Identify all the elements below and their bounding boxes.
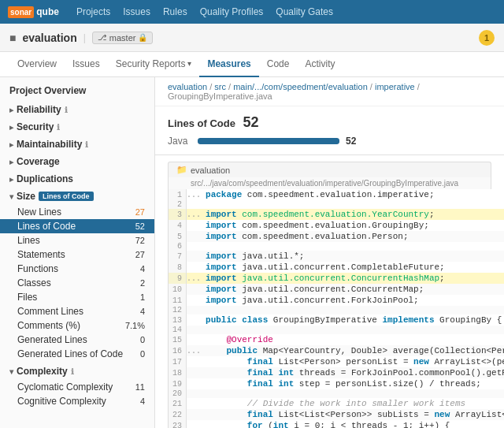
sonarqube-logo[interactable]: sonar qube bbox=[8, 6, 59, 18]
sidebar-metric-comment-lines[interactable]: Comment Lines 4 bbox=[0, 304, 154, 318]
code-file-path-row: src/.../java/com/speedment/evaluation/im… bbox=[168, 177, 491, 189]
content-layout: Project Overview ▸ Reliability ℹ ▸ Secur… bbox=[0, 77, 504, 428]
table-row: 13 public class GroupingByImperative imp… bbox=[169, 314, 505, 326]
line-marker: ... bbox=[187, 345, 202, 356]
sidebar-item-reliability[interactable]: ▸ Reliability ℹ bbox=[0, 101, 154, 118]
table-row: 4 import com.speedment.evaluation.Groupi… bbox=[169, 220, 505, 231]
line-code: import java.util.concurrent.ConcurrentHa… bbox=[201, 273, 504, 284]
complexity-label: Complexity bbox=[17, 366, 68, 377]
lines-of-code-label: Lines of Code bbox=[17, 221, 76, 232]
security-label: Security bbox=[17, 121, 54, 132]
line-marker bbox=[187, 251, 202, 262]
reliability-label: Reliability bbox=[17, 104, 61, 115]
sidebar-metric-comments-pct[interactable]: Comments (%) 7.1% bbox=[0, 318, 154, 333]
warning-badge[interactable]: 1 bbox=[479, 30, 495, 46]
top-nav-projects[interactable]: Projects bbox=[70, 0, 117, 24]
breadcrumb-imperative[interactable]: imperative bbox=[375, 82, 415, 91]
generated-lines-value: 0 bbox=[140, 335, 145, 344]
line-code bbox=[201, 242, 504, 251]
code-folder-name: evaluation bbox=[191, 166, 230, 175]
sidebar: Project Overview ▸ Reliability ℹ ▸ Secur… bbox=[0, 77, 155, 428]
sidebar-item-security[interactable]: ▸ Security ℹ bbox=[0, 118, 154, 136]
sidebar-item-complexity[interactable]: ▾ Complexity ℹ bbox=[0, 363, 154, 380]
files-value: 1 bbox=[140, 292, 145, 302]
tab-issues[interactable]: Issues bbox=[65, 52, 108, 77]
top-nav-quality-gates[interactable]: Quality Gates bbox=[269, 0, 339, 24]
cognitive-label: Cognitive Complexity bbox=[17, 396, 106, 407]
branch-separator: | bbox=[83, 32, 86, 43]
line-marker: ... bbox=[187, 209, 202, 220]
main-content: evaluation / src / main/.../com/speedmen… bbox=[155, 77, 504, 428]
branch-badge[interactable]: ⎇ master 🔒 bbox=[92, 32, 154, 44]
sidebar-item-maintainability[interactable]: ▸ Maintainability ℹ bbox=[0, 136, 154, 153]
sidebar-metric-classes[interactable]: Classes 2 bbox=[0, 276, 154, 290]
comment-lines-value: 4 bbox=[140, 307, 145, 316]
line-number: 22 bbox=[169, 409, 187, 420]
sidebar-metric-generated-loc[interactable]: Generated Lines of Code 0 bbox=[0, 347, 154, 361]
line-marker bbox=[187, 314, 202, 326]
sidebar-metric-cyclomatic[interactable]: Cyclomatic Complexity 11 bbox=[0, 380, 154, 394]
tab-measures[interactable]: Measures bbox=[199, 52, 258, 77]
line-number: 21 bbox=[169, 398, 187, 409]
generated-loc-label: Generated Lines of Code bbox=[17, 348, 123, 359]
top-nav-quality-profiles[interactable]: Quality Profiles bbox=[194, 0, 270, 24]
sidebar-metric-files[interactable]: Files 1 bbox=[0, 290, 154, 304]
table-row: 11 import java.util.concurrent.ForkJoinP… bbox=[169, 295, 505, 306]
line-number: 1 bbox=[169, 189, 187, 200]
tab-activity[interactable]: Activity bbox=[297, 52, 343, 77]
line-marker bbox=[187, 389, 202, 398]
size-badge: Lines of Code bbox=[39, 192, 94, 201]
table-row: 22 final List<List<Person>> subLists = n… bbox=[169, 409, 505, 420]
sidebar-metric-new-lines[interactable]: New Lines 27 bbox=[0, 205, 154, 219]
lines-label: Lines bbox=[17, 235, 40, 246]
files-label: Files bbox=[17, 292, 37, 303]
tab-code[interactable]: Code bbox=[259, 52, 298, 77]
sidebar-metric-lines[interactable]: Lines 72 bbox=[0, 233, 154, 247]
sidebar-item-size[interactable]: ▾ Size Lines of Code bbox=[0, 188, 154, 205]
line-number: 14 bbox=[169, 326, 187, 334]
table-row: 10 import java.util.concurrent.Concurren… bbox=[169, 284, 505, 295]
project-name[interactable]: evaluation bbox=[22, 32, 76, 44]
complexity-info-icon: ℹ bbox=[71, 367, 74, 376]
line-code: // Divide the work into smaller work ite… bbox=[201, 398, 504, 409]
security-reports-chevron: ▾ bbox=[187, 59, 191, 68]
sidebar-metric-generated-lines[interactable]: Generated Lines 0 bbox=[0, 333, 154, 347]
generated-loc-value: 0 bbox=[140, 349, 145, 359]
size-label: Size bbox=[17, 191, 35, 202]
code-file-path-text: src/.../java/com/speedment/evaluation/im… bbox=[191, 179, 458, 188]
line-number: 8 bbox=[169, 262, 187, 273]
tab-overview[interactable]: Overview bbox=[9, 52, 65, 77]
sidebar-item-coverage[interactable]: ▸ Coverage bbox=[0, 153, 154, 170]
sidebar-metric-lines-of-code[interactable]: Lines of Code 52 bbox=[0, 219, 154, 233]
metric-bar-row: Java 52 bbox=[168, 136, 491, 147]
sidebar-metric-cognitive[interactable]: Cognitive Complexity 4 bbox=[0, 394, 154, 408]
top-nav-issues[interactable]: Issues bbox=[117, 0, 157, 24]
breadcrumb-src[interactable]: src bbox=[214, 82, 226, 91]
line-code bbox=[201, 389, 504, 398]
line-number: 19 bbox=[169, 378, 187, 389]
line-marker bbox=[187, 356, 202, 367]
cyclomatic-label: Cyclomatic Complexity bbox=[17, 381, 113, 393]
breadcrumb-main[interactable]: main/.../com/speedment/evaluation bbox=[233, 82, 368, 91]
tab-security-reports[interactable]: Security Reports ▾ bbox=[108, 52, 200, 77]
line-number: 3 bbox=[169, 209, 187, 220]
reliability-chevron-icon: ▸ bbox=[9, 106, 13, 114]
sidebar-metric-functions[interactable]: Functions 4 bbox=[0, 262, 154, 276]
breadcrumb-evaluation[interactable]: evaluation bbox=[168, 82, 207, 91]
top-nav-rules[interactable]: Rules bbox=[157, 0, 194, 24]
line-marker bbox=[187, 409, 202, 420]
metric-bar-value: 52 bbox=[346, 136, 356, 147]
lines-value: 72 bbox=[135, 236, 145, 245]
line-number: 7 bbox=[169, 251, 187, 262]
line-marker bbox=[187, 367, 202, 378]
line-code: import java.util.*; bbox=[201, 251, 504, 262]
line-code: final int threads = ForkJoinPool.commonP… bbox=[201, 367, 504, 378]
sidebar-item-duplications[interactable]: ▸ Duplications bbox=[0, 170, 154, 188]
table-row: 20 bbox=[169, 389, 505, 398]
line-code: final int step = personList.size() / thr… bbox=[201, 378, 504, 389]
sidebar-metric-statements[interactable]: Statements 27 bbox=[0, 247, 154, 262]
coverage-label: Coverage bbox=[17, 156, 60, 167]
cyclomatic-value: 11 bbox=[135, 382, 145, 392]
secondary-nav: Overview Issues Security Reports ▾ Measu… bbox=[0, 52, 504, 77]
line-code bbox=[201, 326, 504, 334]
